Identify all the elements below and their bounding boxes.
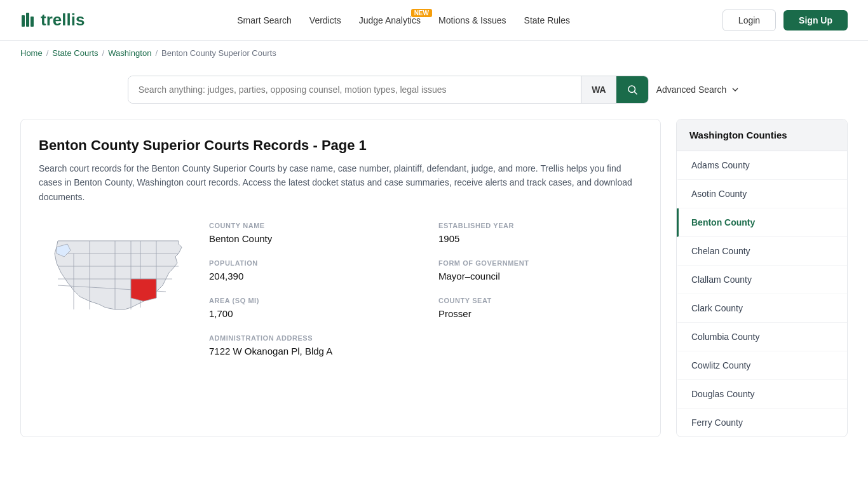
svg-rect-2	[31, 17, 34, 27]
nav-judge-analytics[interactable]: Judge Analytics NEW	[359, 15, 421, 25]
main-layout: Benton County Superior Courts Records - …	[0, 119, 868, 458]
new-badge: NEW	[411, 9, 432, 17]
sidebar-item-chelan-county[interactable]: Chelan County	[677, 237, 847, 266]
admin-address-label: ADMINISTRATION ADDRESS	[209, 334, 413, 342]
county-name-label: COUNTY NAME	[209, 222, 413, 229]
search-state-badge: WA	[581, 76, 616, 103]
svg-point-3	[628, 86, 635, 93]
county-seat-field: COUNTY SEAT Prosser	[438, 297, 642, 319]
advanced-search-toggle[interactable]: Advanced Search	[656, 85, 741, 95]
nav-verdicts[interactable]: Verdicts	[309, 15, 341, 25]
header-actions: Login Sign Up	[722, 10, 848, 31]
map-container	[39, 222, 191, 325]
sidebar-item-douglas-county[interactable]: Douglas County	[677, 380, 847, 409]
population-label: POPULATION	[209, 259, 413, 267]
page-title: Benton County Superior Courts Records - …	[39, 137, 642, 154]
admin-address-value: 7122 W Okanogan Pl, Bldg A	[209, 346, 413, 356]
breadcrumb: Home / State Courts / Washington / Bento…	[0, 41, 868, 65]
search-container: WA	[128, 76, 649, 104]
sidebar-item-cowlitz-county[interactable]: Cowlitz County	[677, 351, 847, 380]
login-button[interactable]: Login	[722, 10, 776, 31]
sidebar: Washington Counties Adams CountyAsotin C…	[676, 119, 848, 437]
county-info: COUNTY NAME Benton County ESTABLISHED YE…	[39, 222, 642, 356]
form-of-govt-value: Mayor–council	[438, 271, 642, 281]
sidebar-item-columbia-county[interactable]: Columbia County	[677, 323, 847, 351]
county-name-field: COUNTY NAME Benton County	[209, 222, 413, 244]
search-input[interactable]	[128, 76, 581, 103]
county-seat-value: Prosser	[438, 308, 642, 319]
admin-address-field: ADMINISTRATION ADDRESS 7122 W Okanogan P…	[209, 334, 413, 356]
breadcrumb-current: Benton County Superior Courts	[161, 48, 276, 58]
page-description: Search court records for the Benton Coun…	[39, 161, 642, 204]
svg-rect-1	[26, 13, 29, 27]
chevron-down-icon	[730, 85, 740, 95]
breadcrumb-sep-2: /	[102, 48, 105, 58]
svg-line-4	[634, 92, 637, 94]
logo[interactable]: trellis	[20, 10, 85, 30]
search-icon	[627, 84, 638, 95]
main-nav: Smart Search Verdicts Judge Analytics NE…	[237, 15, 570, 25]
content-panel: Benton County Superior Courts Records - …	[20, 119, 661, 437]
population-field: POPULATION 204,390	[209, 259, 413, 281]
info-grid: COUNTY NAME Benton County ESTABLISHED YE…	[209, 222, 642, 356]
svg-rect-0	[22, 15, 25, 27]
breadcrumb-home[interactable]: Home	[20, 48, 43, 58]
search-section: WA Advanced Search	[0, 65, 868, 119]
established-label: ESTABLISHED YEAR	[438, 222, 642, 229]
nav-motions-issues[interactable]: Motions & Issues	[438, 15, 506, 25]
sidebar-item-asotin-county[interactable]: Asotin County	[677, 180, 847, 208]
header: trellis Smart Search Verdicts Judge Anal…	[0, 0, 868, 41]
breadcrumb-sep-1: /	[46, 48, 49, 58]
breadcrumb-state-courts[interactable]: State Courts	[52, 48, 98, 58]
area-label: AREA (SQ MI)	[209, 297, 413, 304]
breadcrumb-washington[interactable]: Washington	[108, 48, 151, 58]
form-of-govt-field: FORM OF GOVERNMENT Mayor–council	[438, 259, 642, 281]
sidebar-items: Adams CountyAsotin CountyBenton CountyCh…	[677, 151, 847, 437]
area-value: 1,700	[209, 308, 413, 319]
breadcrumb-sep-3: /	[155, 48, 158, 58]
form-of-govt-label: FORM OF GOVERNMENT	[438, 259, 642, 267]
sidebar-item-clallam-county[interactable]: Clallam County	[677, 266, 847, 294]
population-value: 204,390	[209, 271, 413, 281]
established-field: ESTABLISHED YEAR 1905	[438, 222, 642, 244]
sidebar-item-ferry-county[interactable]: Ferry County	[677, 409, 847, 437]
area-field: AREA (SQ MI) 1,700	[209, 297, 413, 319]
sidebar-header: Washington Counties	[677, 119, 847, 151]
county-seat-label: COUNTY SEAT	[438, 297, 642, 304]
county-name-value: Benton County	[209, 233, 413, 244]
washington-map	[39, 222, 191, 323]
established-value: 1905	[438, 233, 642, 244]
nav-smart-search[interactable]: Smart Search	[237, 15, 292, 25]
search-button[interactable]	[616, 76, 648, 103]
signup-button[interactable]: Sign Up	[783, 10, 848, 30]
sidebar-item-adams-county[interactable]: Adams County	[677, 151, 847, 180]
sidebar-item-benton-county[interactable]: Benton County	[677, 208, 847, 237]
nav-state-rules[interactable]: State Rules	[524, 15, 570, 25]
logo-text: trellis	[41, 10, 85, 30]
sidebar-item-clark-county[interactable]: Clark County	[677, 294, 847, 323]
